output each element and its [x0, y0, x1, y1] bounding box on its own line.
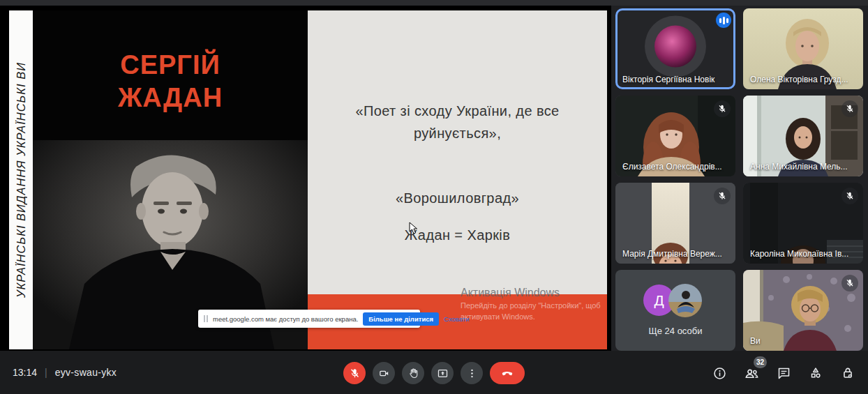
stop-sharing-button[interactable]: Більше не ділитися	[363, 312, 439, 326]
participant-tile-karolina[interactable]: Кароліна Миколаївна Ів...	[743, 183, 863, 264]
participant-tile-viktoria[interactable]: Вікторія Сергіївна Новік	[615, 8, 735, 89]
more-options-icon	[466, 368, 478, 379]
photo-avatar	[668, 284, 702, 317]
clock: 13:14	[13, 367, 37, 378]
slide-quote-1: «Поет зі сходу України, де все руйнуєтьс…	[308, 100, 607, 144]
host-controls-button[interactable]	[839, 362, 857, 384]
end-call-button[interactable]	[490, 362, 525, 384]
mouse-cursor	[409, 222, 418, 234]
mic-muted-icon	[841, 275, 858, 291]
meeting-info: 13:14 | eyv-swau-ykx	[13, 351, 117, 394]
participant-count-badge: 32	[754, 356, 767, 368]
drag-grip-icon[interactable]	[204, 315, 208, 322]
top-strip	[0, 0, 868, 6]
self-label: Ви	[750, 336, 761, 346]
present-screen-icon	[437, 368, 449, 379]
participant-tile-maria[interactable]: Марія Дмитрівна Вереж...	[615, 183, 735, 264]
more-options-button[interactable]	[461, 362, 483, 384]
raise-hand-icon	[407, 368, 419, 379]
camera-button[interactable]	[373, 362, 395, 384]
chat-button[interactable]	[775, 362, 793, 384]
mic-mute-button[interactable]	[343, 362, 366, 384]
activities-button[interactable]	[807, 362, 825, 384]
slide-title: СЕРГІЙ ЖАДАН	[33, 49, 308, 114]
chat-icon	[777, 366, 791, 381]
slide-vertical-banner-text: УКРАЇНСЬКІ ВИДАННЯ УКРАЇНСЬКІ ВИ	[15, 62, 28, 298]
overflow-avatars: Д	[643, 284, 708, 317]
host-lock-icon	[840, 365, 855, 381]
more-participants-tile[interactable]: Д Ще 24 особи	[615, 270, 735, 351]
google-meet-window: УКРАЇНСЬКІ ВИДАННЯ УКРАЇНСЬКІ ВИ СЕРГІЙ …	[0, 0, 868, 394]
participant-tile-yelyzaveta[interactable]: Єлизавета Олександрів...	[615, 96, 735, 176]
avatar	[654, 25, 696, 67]
end-call-icon	[500, 366, 514, 380]
screen-share-notification: meet.google.com має доступ до вашого екр…	[198, 310, 420, 328]
windows-activation-watermark: Активація Windows Перейдіть до розділу "…	[461, 287, 607, 321]
participant-name: Марія Дмитрівна Вереж...	[622, 249, 722, 259]
avatar-ring	[645, 15, 706, 77]
participant-name: Олена Вікторівна Грузд...	[750, 75, 848, 84]
slide-quote-panel: «Поет зі сходу України, де все руйнуєтьс…	[308, 10, 607, 349]
meeting-side-controls: 32	[710, 362, 857, 384]
participant-name: Єлизавета Олександрів...	[622, 162, 722, 172]
mic-muted-icon	[714, 100, 731, 117]
slide-quote-2: «Ворошиловград»	[308, 187, 607, 209]
participant-tile-olena[interactable]: Олена Вікторівна Грузд...	[743, 8, 863, 89]
participant-name: Вікторія Сергіївна Новік	[622, 75, 714, 84]
mic-muted-icon	[841, 100, 858, 117]
camera-icon	[378, 368, 390, 379]
participants-button[interactable]: 32	[742, 362, 761, 384]
meet-bottom-bar: 13:14 | eyv-swau-ykx	[0, 351, 868, 394]
call-controls	[343, 362, 525, 384]
mic-muted-icon	[714, 188, 731, 204]
participant-name: Кароліна Миколаївна Ів...	[750, 249, 848, 259]
mic-muted-icon	[841, 188, 858, 204]
slide-quote-3: Жадан = Харків	[308, 224, 607, 246]
meeting-details-button[interactable]	[710, 362, 728, 384]
slide-photo-panel: СЕРГІЙ ЖАДАН	[33, 10, 308, 349]
screen-share-text: meet.google.com має доступ до вашого екр…	[213, 315, 358, 323]
shared-screen-presentation: УКРАЇНСЬКІ ВИДАННЯ УКРАЇНСЬКІ ВИ СЕРГІЙ …	[0, 6, 611, 351]
hide-notification-button[interactable]: Сховати	[444, 315, 469, 323]
participant-tile-anna[interactable]: Анна Михайлівна Мель...	[743, 96, 863, 176]
mic-off-icon	[349, 368, 361, 379]
activities-icon	[808, 365, 823, 381]
present-screen-button[interactable]	[431, 362, 454, 384]
meeting-code: eyv-swau-ykx	[55, 367, 117, 378]
more-participants-label: Ще 24 особи	[649, 326, 703, 336]
info-icon	[712, 366, 727, 381]
participant-name: Анна Михайлівна Мель...	[750, 162, 848, 172]
slide-vertical-banner: УКРАЇНСЬКІ ВИДАННЯ УКРАЇНСЬКІ ВИ	[9, 10, 33, 349]
divider: |	[45, 367, 47, 378]
raise-hand-button[interactable]	[402, 362, 424, 384]
audio-speaking-indicator-icon	[716, 13, 731, 28]
self-view-tile[interactable]: Ви	[743, 270, 863, 351]
